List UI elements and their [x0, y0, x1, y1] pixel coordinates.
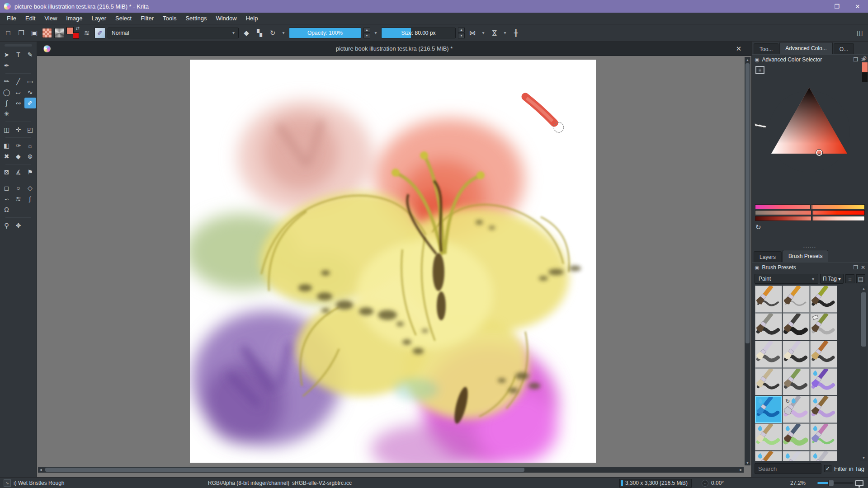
tool-bezier-select[interactable]: ∫ — [24, 193, 36, 204]
tool-pan[interactable]: ✥ — [13, 220, 24, 231]
brush-preset-cell[interactable] — [810, 451, 837, 461]
panel-tab-layers[interactable]: Layers — [754, 251, 782, 262]
presets-scroll-handle[interactable] — [861, 292, 866, 347]
menu-view[interactable]: View — [40, 14, 61, 23]
tool-rect-select[interactable]: ◻ — [1, 183, 13, 193]
restore-button[interactable]: ❐ — [826, 0, 847, 13]
float-docker-icon[interactable]: ❐ — [853, 56, 858, 63]
foreground-background-colors[interactable]: ⇄ — [66, 27, 79, 39]
brush-preset-button[interactable]: ✐ — [94, 28, 105, 38]
crop-trim-button[interactable]: ╂ — [510, 27, 521, 39]
brush-preset-cell[interactable] — [783, 451, 810, 461]
size-slider[interactable]: Size: 80.00 px — [381, 28, 456, 38]
brush-preset-cell[interactable] — [783, 368, 810, 395]
tool-polygon[interactable]: ▱ — [13, 87, 24, 98]
spin-down-icon[interactable]: ▼ — [363, 33, 370, 38]
tool-multibrush[interactable]: ✳ — [1, 108, 13, 119]
color-wheel[interactable] — [755, 78, 863, 185]
background-color-swatch[interactable] — [73, 33, 79, 39]
current-brush-thumbnail[interactable]: ∿ — [4, 479, 11, 487]
menu-help[interactable]: Help — [242, 14, 262, 23]
tool-colorize-mask[interactable]: ☼ — [24, 140, 36, 151]
color-selector-settings-button[interactable]: ≣ — [755, 66, 764, 74]
brush-preset-cell[interactable]: ↻ — [783, 396, 810, 423]
brush-preset-cell[interactable] — [810, 368, 837, 395]
save-button[interactable]: ▣ — [29, 27, 40, 39]
no-color-icon[interactable]: ⊘ — [863, 55, 867, 62]
blending-mode-combobox[interactable]: Normal ▾ — [108, 28, 239, 38]
edit-brush-settings-button[interactable]: ≋ — [81, 27, 92, 39]
tool-assistants[interactable]: ⊠ — [1, 167, 13, 178]
filter-in-tag-checkbox[interactable]: ✓ — [824, 465, 831, 472]
docker-tab-o-[interactable]: O... — [834, 43, 854, 54]
swap-colors-icon[interactable]: ⇄ — [76, 26, 80, 31]
tool-rectangle[interactable]: ▭ — [24, 76, 36, 87]
minimize-button[interactable]: – — [806, 0, 826, 13]
zoom-slider-handle[interactable] — [828, 480, 834, 486]
open-document-button[interactable]: ❐ — [16, 27, 27, 39]
lock-icon[interactable]: ◉ — [755, 56, 759, 63]
tool-color-sampler[interactable]: ✑ — [13, 140, 24, 151]
brush-preset-cell[interactable] — [755, 341, 782, 368]
search-input[interactable] — [755, 463, 821, 474]
brush-preset-cell[interactable] — [783, 423, 810, 450]
brush-preset-cell[interactable] — [783, 341, 810, 368]
tool-fill[interactable]: ◆ — [13, 151, 24, 162]
menu-select[interactable]: Select — [111, 14, 136, 23]
rotation-dial-icon[interactable]: ↔ — [702, 480, 708, 487]
vertical-mirror-button[interactable]: ⋈ — [489, 27, 500, 39]
tool-calligraphy[interactable]: ✒ — [1, 60, 13, 71]
scroll-up-icon[interactable]: ▲ — [860, 286, 867, 291]
size-spinner[interactable]: ▲ ▼ — [458, 28, 465, 38]
tool-reference-images[interactable]: ⚑ — [24, 167, 36, 178]
scroll-left-icon[interactable]: ◀ — [38, 467, 43, 473]
vertical-scrollbar[interactable]: ▲ ▼ — [745, 57, 750, 465]
tool-line[interactable]: ╱ — [13, 76, 24, 87]
spin-up-icon[interactable]: ▲ — [458, 28, 465, 33]
presets-menu-button[interactable]: ≡ — [845, 274, 854, 283]
color-slider-1[interactable] — [755, 210, 865, 215]
tool-polygon-select[interactable]: ◇ — [24, 183, 36, 193]
presets-scrollbar[interactable]: ▲ ▼ — [860, 286, 867, 461]
eraser-mode-button[interactable]: ◆ — [241, 27, 252, 39]
brush-preset-cell[interactable] — [755, 451, 782, 461]
menu-settings[interactable]: Settings — [181, 14, 211, 23]
tool-ellipse-select[interactable]: ○ — [13, 183, 24, 193]
toolbox-drag-handle[interactable] — [5, 44, 32, 47]
scroll-down-icon[interactable]: ▼ — [745, 460, 750, 465]
horizontal-scroll-handle[interactable] — [45, 468, 524, 472]
menu-layer[interactable]: Layer — [87, 14, 110, 23]
brush-preset-cell[interactable] — [810, 341, 837, 368]
menu-file[interactable]: File — [3, 14, 20, 23]
scroll-up-icon[interactable]: ▲ — [745, 57, 750, 62]
tool-ellipse[interactable]: ◯ — [1, 87, 13, 98]
tool-freehand-path[interactable]: ∾ — [13, 98, 24, 108]
gradient-chooser[interactable] — [42, 28, 52, 38]
close-docker-icon[interactable]: ✕ — [861, 264, 865, 271]
menu-tools[interactable]: Tools — [159, 14, 180, 23]
hsv-triangle[interactable] — [755, 78, 863, 185]
brush-preset-cell[interactable] — [755, 286, 782, 313]
document-close-button[interactable]: ✕ — [734, 44, 743, 53]
opacity-dropdown[interactable]: ▾ — [373, 28, 379, 38]
reload-preset-button[interactable]: ↻ — [267, 27, 278, 39]
panel-splitter[interactable]: •••••• — [752, 244, 868, 249]
horizontal-mirror-button[interactable]: ⋈ — [467, 27, 478, 39]
menu-window[interactable]: Window — [212, 14, 241, 23]
color-slider-handle[interactable] — [811, 216, 813, 221]
tool-enclose-fill[interactable]: ⊚ — [24, 151, 36, 162]
tag-filter-combobox[interactable]: Paint ▾ — [755, 274, 818, 284]
tool-similar-select[interactable]: ≋ — [13, 193, 24, 204]
choose-workspace-button[interactable]: ◫ — [854, 27, 865, 39]
docker-tab-advanced-colo-[interactable]: Advanced Colo... — [779, 42, 832, 54]
brush-preset-cell[interactable] — [783, 313, 810, 340]
brush-preset-cell[interactable] — [755, 368, 782, 395]
vertical-scroll-handle[interactable] — [745, 63, 750, 343]
scroll-right-icon[interactable]: ▶ — [738, 467, 744, 473]
canvas-size-box[interactable]: 3,300 x 3,300 (216.5 MiB) — [619, 479, 692, 488]
brush-preset-cell[interactable] — [755, 423, 782, 450]
color-slider-0[interactable] — [755, 204, 865, 209]
menu-filter[interactable]: Filter — [137, 14, 158, 23]
tool-dynamic-brush[interactable]: ✐ — [24, 98, 36, 108]
color-slider-2[interactable] — [755, 216, 865, 221]
